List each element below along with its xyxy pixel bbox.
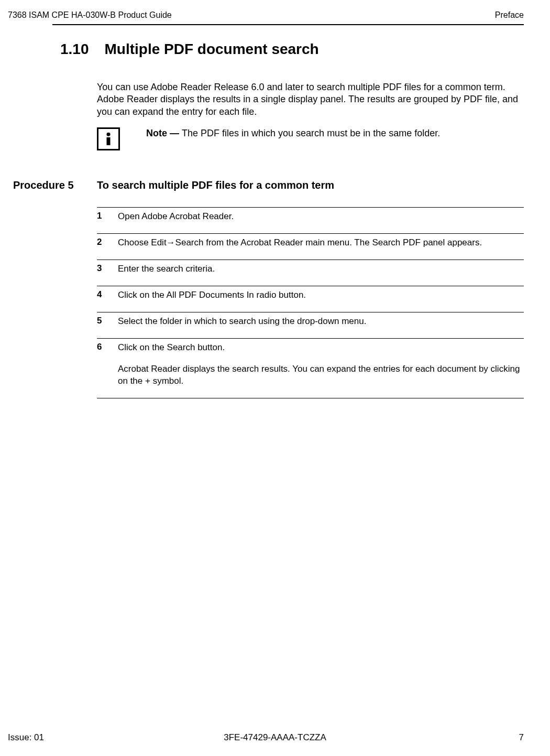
step-rule (97, 398, 524, 398)
step-rule (97, 233, 524, 234)
step-item: 2 Choose Edit→Search from the Acrobat Re… (97, 237, 524, 249)
step-item: 4 Click on the All PDF Documents In radi… (97, 289, 524, 301)
step-number: 5 (97, 316, 118, 328)
step-number: 2 (97, 237, 118, 249)
step-extra-text: Acrobat Reader displays the search resul… (118, 363, 524, 387)
main-content: 1.10Multiple PDF document search You can… (0, 25, 550, 398)
procedure-heading: Procedure 5 To search multiple PDF files… (13, 179, 524, 191)
step-number: 1 (97, 211, 118, 223)
step-rule (97, 286, 524, 286)
procedure-number: Procedure 5 (13, 179, 97, 191)
note-block: Note — The PDF files in which you search… (97, 127, 524, 150)
section-heading: 1.10Multiple PDF document search (52, 41, 524, 58)
step-text: Click on the All PDF Documents In radio … (118, 289, 306, 301)
page-footer: Issue: 01 3FE-47429-AAAA-TCZZA 7 (0, 732, 550, 743)
section-number: 1.10 (60, 41, 89, 58)
step-number: 4 (97, 289, 118, 301)
note-body: The PDF files in which you search must b… (182, 128, 440, 138)
svg-point-0 (107, 133, 111, 136)
step-text: Select the folder in which to search usi… (118, 316, 366, 328)
step-rule (97, 260, 524, 260)
step-text: Open Adobe Acrobat Reader. (118, 211, 234, 223)
svg-rect-1 (107, 137, 111, 145)
intro-paragraph: You can use Adobe Reader Release 6.0 and… (97, 81, 524, 118)
step-number: 3 (97, 263, 118, 275)
step-item: 3 Enter the search criteria. (97, 263, 524, 275)
step-text: Enter the search criteria. (118, 263, 215, 275)
step-number: 6 (97, 342, 118, 387)
note-label: Note — (146, 128, 182, 138)
step-text: Choose Edit→Search from the Acrobat Read… (118, 237, 482, 249)
step-item: 5 Select the folder in which to search u… (97, 316, 524, 328)
procedure-title: To search multiple PDF files for a commo… (97, 179, 334, 191)
step-rule (97, 338, 524, 339)
steps-list: 1 Open Adobe Acrobat Reader. 2 Choose Ed… (97, 207, 524, 398)
info-icon (97, 127, 120, 150)
footer-page-number: 7 (519, 732, 524, 743)
section-title: Multiple PDF document search (105, 41, 319, 57)
note-text: Note — The PDF files in which you search… (146, 127, 440, 139)
footer-center: 3FE-47429-AAAA-TCZZA (224, 732, 326, 743)
step-rule (97, 312, 524, 312)
step-rule (97, 207, 524, 208)
footer-left: Issue: 01 (8, 732, 44, 743)
page-header: 7368 ISAM CPE HA-030W-B Product Guide Pr… (0, 0, 550, 24)
step-main-text: Click on the Search button. (118, 342, 524, 354)
header-right: Preface (495, 10, 524, 20)
step-item: 6 Click on the Search button. Acrobat Re… (97, 342, 524, 387)
step-text: Click on the Search button. Acrobat Read… (118, 342, 524, 387)
step-item: 1 Open Adobe Acrobat Reader. (97, 211, 524, 223)
header-left: 7368 ISAM CPE HA-030W-B Product Guide (8, 10, 172, 20)
